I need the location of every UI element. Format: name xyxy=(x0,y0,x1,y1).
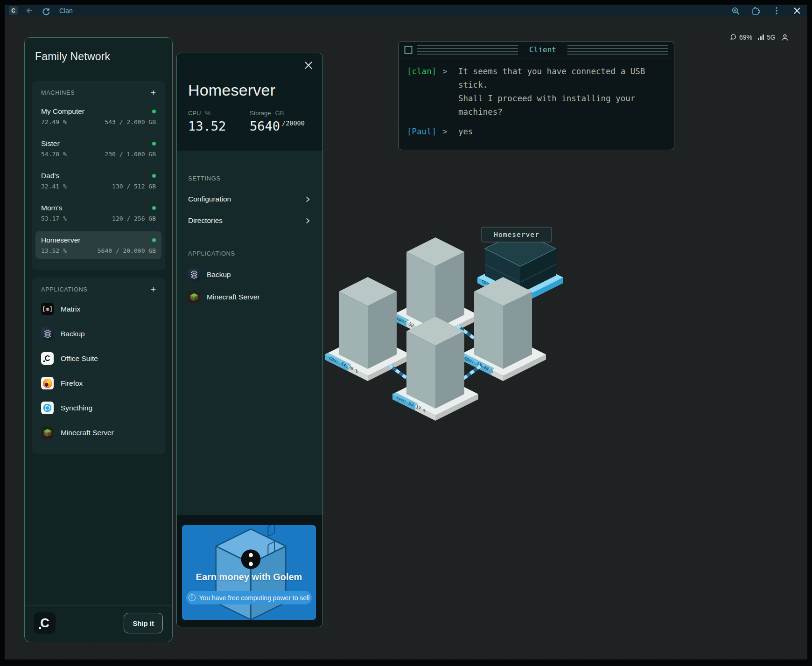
ship-it-button[interactable]: Ship it xyxy=(124,613,163,633)
storage-unit: GB xyxy=(275,110,284,117)
application-name: Syncthing xyxy=(61,404,92,412)
node-cpu-label: cpu: 54.78 % xyxy=(328,355,359,374)
network-node-cube-dads[interactable] xyxy=(406,237,464,329)
machine-storage: 130 / 512 GB xyxy=(112,183,156,190)
close-window-icon[interactable] xyxy=(792,6,802,15)
storage-label: Storage xyxy=(250,110,271,117)
storage-value: 5640 xyxy=(250,120,280,132)
ad-section: Earn money with Golem ! You have free co… xyxy=(177,515,322,627)
setting-label: Directories xyxy=(188,216,223,225)
application-name: Backup xyxy=(61,330,85,338)
detail-application-minecraft[interactable]: Minecraft Server xyxy=(188,286,311,308)
firefox-app-icon xyxy=(41,377,54,389)
machine-item-homeserver[interactable]: Homeserver13.52 %5640 / 20.000 GB xyxy=(35,231,161,259)
application-item-minecraft[interactable]: Minecraft Server xyxy=(35,423,161,442)
application-item-office[interactable]: COffice Suite xyxy=(35,349,161,368)
machine-name: Homeserver xyxy=(41,236,80,244)
ad-title: Earn money with Golem xyxy=(182,572,316,583)
clan-logo-glyph: C xyxy=(40,616,49,631)
network-node-moms: cpu: 53.17 % xyxy=(392,373,478,421)
terminal-titlebar[interactable]: Client xyxy=(399,42,674,58)
ad-pill: ! You have free computing power to sell xyxy=(186,591,312,604)
machine-item-sister[interactable]: Sister54.78 %230 / 1.000 GB xyxy=(35,135,161,162)
detail-body: SETTINGS ConfigurationDirectories APPLIC… xyxy=(177,151,322,308)
machine-storage: 5640 / 20.000 GB xyxy=(98,247,156,254)
message-prompt: > xyxy=(442,125,458,139)
close-panel-icon[interactable] xyxy=(304,61,313,70)
online-status-dot xyxy=(152,110,156,113)
applications-header: APPLICATIONS xyxy=(41,286,88,293)
user-icon xyxy=(781,33,789,42)
storage-total: /20000 xyxy=(282,120,305,127)
cpu-stat: CPU% 13.52 xyxy=(188,110,250,132)
machine-item-mom-s[interactable]: Mom's53.17 %120 / 256 GB xyxy=(35,199,161,227)
machine-item-dad-s[interactable]: Dad's32.41 %130 / 512 GB xyxy=(35,167,161,194)
node-cpu-label: cpu: 13.52 % xyxy=(481,278,512,297)
node-cpu-label: cpu: 53.17 % xyxy=(396,395,427,414)
clan-logo-chip: C xyxy=(9,6,18,15)
battery-group: 69% xyxy=(729,33,752,42)
zoom-in-icon[interactable] xyxy=(731,6,740,15)
network-node-cube-mycomputer[interactable] xyxy=(474,277,532,369)
application-list: [m]MatrixBackupCOffice SuiteFirefoxSynct… xyxy=(35,299,161,442)
detail-header: Homeserver CPU% 13.52 StorageGB 5640/200… xyxy=(177,53,322,151)
storage-stat: StorageGB 5640/20000 xyxy=(250,110,311,132)
window-box-icon[interactable] xyxy=(404,46,413,54)
application-item-matrix[interactable]: [m]Matrix xyxy=(35,299,161,319)
add-application-button[interactable]: + xyxy=(151,285,156,294)
machine-cpu: 53.17 % xyxy=(41,215,67,222)
clan-logo-dot xyxy=(39,627,41,629)
network-node-dads: cpu: 32.41 % xyxy=(392,293,478,341)
settings-list: ConfigurationDirectories xyxy=(188,188,311,231)
matrix-app-icon: [m] xyxy=(41,303,54,315)
detail-title: Homeserver xyxy=(188,81,311,99)
machine-detail-panel: Homeserver CPU% 13.52 StorageGB 5640/200… xyxy=(176,53,323,627)
clan-logo: C xyxy=(34,612,56,634)
machine-name: Mom's xyxy=(41,204,62,212)
network-link xyxy=(389,365,414,383)
homeserver-tooltip: Homeserver xyxy=(482,227,552,242)
golem-ad-card[interactable]: Earn money with Golem ! You have free co… xyxy=(182,525,316,620)
network-link xyxy=(457,326,482,344)
info-icon: ! xyxy=(189,594,196,601)
minecraft-app-icon xyxy=(188,291,200,303)
network-type: 5G xyxy=(767,34,776,41)
machine-name: Sister xyxy=(41,139,60,148)
machine-storage: 543 / 2.000 GB xyxy=(105,118,156,125)
sidebar-footer: C Ship it xyxy=(25,605,172,642)
titlebar-lines-right xyxy=(567,45,668,55)
status-tray: 69% 5G xyxy=(729,33,789,42)
add-machine-button[interactable]: + xyxy=(151,88,156,97)
node-cpu-label: cpu: 32.41 % xyxy=(396,315,427,334)
syncthing-app-icon xyxy=(41,402,54,414)
application-item-backup[interactable]: Backup xyxy=(35,324,161,343)
cpu-label: CPU xyxy=(188,110,201,117)
network-link xyxy=(521,301,525,344)
message-prompt: > xyxy=(442,65,458,119)
tab-title: Clan xyxy=(59,7,73,14)
browser-bar: C Clan xyxy=(5,5,807,16)
application-item-syncthing[interactable]: Syncthing xyxy=(35,398,161,417)
machine-item-my-computer[interactable]: My Computer72.49 %543 / 2.000 GB xyxy=(35,103,161,130)
network-node-cube-moms[interactable] xyxy=(406,317,464,409)
application-item-firefox[interactable]: Firefox xyxy=(35,374,161,393)
setting-row-configuration[interactable]: Configuration xyxy=(188,188,311,210)
refresh-icon[interactable] xyxy=(41,6,50,15)
terminal-body: [clan]>It seems that you have connected … xyxy=(399,58,674,151)
detail-application-backup[interactable]: Backup xyxy=(188,264,311,286)
node-cpu-label: cpu: 72.49 % xyxy=(463,355,495,374)
setting-label: Configuration xyxy=(188,195,231,203)
extensions-puzzle-icon[interactable] xyxy=(751,6,761,15)
application-name: Minecraft Server xyxy=(207,293,260,301)
back-icon[interactable] xyxy=(25,6,34,15)
terminal-message: [clan]>It seems that you have connected … xyxy=(407,65,665,119)
battery-gauge-icon xyxy=(729,33,737,42)
network-node-cube-homeserver[interactable] xyxy=(485,231,556,293)
desktop: cpu: 13.52 %cpu: 32.41 %cpu: 54.78 %cpu:… xyxy=(5,16,807,659)
menu-dots-icon[interactable] xyxy=(772,6,781,15)
network-node-cube-sister[interactable] xyxy=(339,277,397,369)
ad-pill-text: You have free computing power to sell xyxy=(199,594,310,602)
client-terminal-window: Client [clan]>It seems that you have con… xyxy=(398,41,674,150)
setting-row-directories[interactable]: Directories xyxy=(188,210,311,231)
chevron-right-icon xyxy=(304,196,311,203)
